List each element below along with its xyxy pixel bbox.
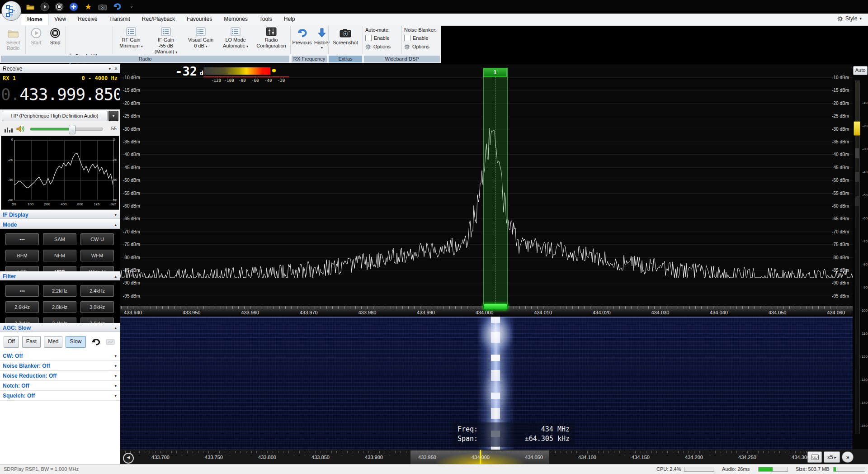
- agc-header[interactable]: AGC: Slow ▴: [0, 323, 120, 332]
- chevron-up-icon[interactable]: ▴: [114, 323, 117, 332]
- frequency-navigation-bar[interactable]: 433.700433.750433.800433.850433.900433.9…: [120, 450, 868, 465]
- mode-button-grid: •••SAMCW-UBFMNFMWFMLSBUSBWide-U: [0, 229, 120, 271]
- mode-header[interactable]: Mode ▴: [0, 220, 120, 229]
- audio-device-select[interactable]: HP (Périphérique High Definition Audio): [2, 111, 108, 121]
- chevron-down-icon[interactable]: ▾: [114, 210, 117, 219]
- menu-tab[interactable]: Rec/Playback: [136, 14, 181, 25]
- automute-enable-checkbox[interactable]: Enable: [365, 34, 406, 42]
- app-menu-button[interactable]: [1, 1, 21, 21]
- filter-button[interactable]: •••: [5, 285, 39, 297]
- collapsed-section-header[interactable]: Notch: Off ▾: [0, 381, 120, 391]
- screenshot-button[interactable]: Screenshot: [330, 25, 361, 55]
- volume-fill: [30, 128, 70, 130]
- volume-slider[interactable]: [30, 128, 103, 131]
- collapsed-section-header[interactable]: Noise Blanker: Off ▾: [0, 361, 120, 371]
- speaker-icon[interactable]: [16, 125, 25, 133]
- receive-panel-titlebar[interactable]: Receive ▾ ×: [0, 64, 120, 73]
- menu-tab[interactable]: Receive: [72, 14, 103, 25]
- previous-button[interactable]: Previous: [292, 25, 312, 55]
- select-radio-button[interactable]: SelectRadio: [3, 25, 24, 55]
- agc-undo-icon[interactable]: [91, 338, 101, 346]
- nav-frequency-label: 434.250: [734, 455, 761, 460]
- if-display-header[interactable]: IF Display ▾: [0, 210, 120, 219]
- ribbon-dropdown-button[interactable]: RF Gain Minimum ▾: [114, 25, 148, 55]
- filter-button[interactable]: 3.0kHz: [80, 301, 114, 313]
- start-icon[interactable]: [40, 2, 50, 12]
- mode-button[interactable]: BFM: [5, 250, 39, 261]
- frequency-digits[interactable]: 0.433.999.850: [1, 85, 119, 104]
- nav-zoom-button[interactable]: x5 ▸: [824, 451, 840, 463]
- volume-value: 55: [111, 126, 117, 131]
- agc-button[interactable]: Med: [44, 336, 62, 348]
- menu-tab[interactable]: Tools: [254, 14, 278, 25]
- collapsed-section-header[interactable]: CW: Off ▾: [0, 351, 120, 361]
- dropdown-chevron-icon: ▾: [206, 44, 208, 48]
- screenshot-camera-icon[interactable]: [98, 2, 108, 12]
- range-scale-label: -50: [859, 193, 868, 197]
- filter-button[interactable]: 2.6kHz: [5, 301, 39, 313]
- menu-tab[interactable]: Home: [21, 14, 48, 25]
- spectrum-y-label-right: -45 dBm: [832, 165, 849, 170]
- ribbon-dropdown-button[interactable]: IF Gain -55 dB (Manual) ▾: [149, 25, 183, 55]
- filter-button[interactable]: 2.2kHz: [43, 285, 76, 297]
- panel-close-icon[interactable]: ×: [114, 64, 118, 73]
- menu-tab[interactable]: Memories: [218, 14, 254, 25]
- mode-button[interactable]: CW-U: [80, 233, 114, 245]
- channel-band[interactable]: [483, 68, 508, 306]
- frequency-display[interactable]: RX 1 0 - 4000 Hz 0.433.999.850: [0, 73, 120, 109]
- if-spectrum-display[interactable]: 1 -10 dBm-15 dBm-20 dBm-25 dBm-30 dBm-35…: [120, 64, 853, 306]
- stop-button[interactable]: Stop: [46, 25, 64, 55]
- mode-button[interactable]: SAM: [43, 233, 76, 245]
- filter-button[interactable]: 2.4kHz: [80, 285, 114, 297]
- undo-icon[interactable]: [112, 2, 122, 12]
- automute-options-button[interactable]: Options: [365, 43, 406, 50]
- audio-device-dropdown-icon[interactable]: ▾: [108, 111, 118, 121]
- nav-keyboard-button[interactable]: [807, 451, 822, 463]
- agc-button[interactable]: Fast: [22, 336, 41, 348]
- equalizer-icon[interactable]: [5, 126, 13, 133]
- style-selector[interactable]: Style ▾: [837, 15, 862, 22]
- add-favourite-icon[interactable]: [69, 2, 79, 12]
- open-folder-icon[interactable]: [25, 2, 35, 12]
- volume-handle[interactable]: [69, 125, 75, 134]
- collapsed-section-header[interactable]: Squelch: Off ▾: [0, 391, 120, 401]
- status-device: SDRPlay RSP1, BW = 1.000 MHz: [4, 466, 79, 472]
- range-scale-label: -110: [859, 332, 868, 336]
- favourites-star-icon[interactable]: ★: [83, 2, 93, 12]
- ribbon-dropdown-button[interactable]: LO Mode Automatic ▾: [218, 25, 253, 55]
- range-scale-label: -80: [859, 262, 868, 266]
- filter-header[interactable]: Filter ▴: [0, 271, 120, 280]
- panel-chevron-icon[interactable]: ▾: [108, 64, 111, 73]
- ribbon-dropdown-button[interactable]: Visual Gain 0 dB ▾: [184, 25, 218, 55]
- auto-range-button[interactable]: Auto: [853, 66, 868, 75]
- menu-tab[interactable]: Help: [278, 14, 301, 25]
- radio-configuration-button[interactable]: Radio Configuration: [254, 25, 288, 55]
- chevron-up-icon[interactable]: ▴: [114, 220, 117, 229]
- nav-scroll-left-button[interactable]: ◀: [123, 453, 134, 464]
- collapsed-section-header[interactable]: Noise Reduction: Off ▾: [0, 371, 120, 381]
- spectrum-frequency-scale[interactable]: 433.940433.950433.960433.970433.980433.9…: [120, 306, 853, 317]
- start-button[interactable]: Start: [27, 25, 45, 55]
- mode-button[interactable]: •••: [5, 233, 39, 245]
- stop-icon[interactable]: [54, 2, 64, 12]
- noiseblanker-options-button[interactable]: Options: [404, 43, 445, 50]
- mode-button[interactable]: WFM: [80, 250, 114, 261]
- audio-x-label: 400: [58, 202, 70, 206]
- gear-icon: [404, 44, 410, 50]
- menu-tab[interactable]: View: [48, 14, 72, 25]
- menu-tab[interactable]: Transmit: [104, 14, 136, 25]
- range-slider-handle[interactable]: [854, 121, 860, 136]
- agc-monitor-icon[interactable]: [106, 339, 115, 345]
- menu-tab[interactable]: Favourites: [181, 14, 218, 25]
- channel-band-bottom-tab[interactable]: [483, 303, 508, 310]
- channel-marker-tab[interactable]: 1: [483, 68, 507, 77]
- agc-button[interactable]: Slow: [66, 336, 85, 348]
- toolbar-expand-icon[interactable]: ▿: [127, 2, 137, 12]
- noiseblanker-enable-checkbox[interactable]: Enable: [404, 34, 445, 42]
- nav-fast-scroll-button[interactable]: »: [842, 451, 854, 463]
- mode-button[interactable]: NFM: [43, 250, 76, 261]
- waterfall-display[interactable]: Freq:434 MHz Span:±64.305 kHz: [120, 317, 853, 450]
- agc-button[interactable]: Off: [4, 336, 19, 348]
- chevron-up-icon[interactable]: ▴: [114, 272, 117, 281]
- filter-button[interactable]: 2.8kHz: [43, 301, 76, 313]
